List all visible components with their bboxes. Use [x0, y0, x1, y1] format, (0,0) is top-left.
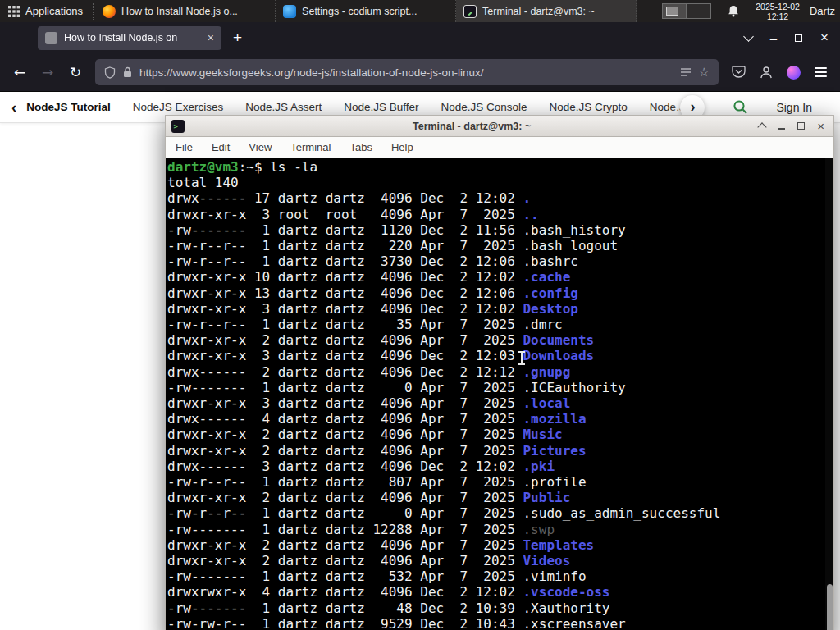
listing-line: -rw-r--r-- 1 dartz dartz 807 Apr 7 2025 …	[167, 474, 833, 490]
tab-title: How to Install Node.js on	[64, 32, 201, 43]
listing-name: .swp	[523, 522, 555, 537]
listing-name: Desktop	[523, 301, 578, 317]
browser-tab[interactable]: How to Install Node.js on ×	[38, 26, 221, 50]
taskbar-item-label: Settings - codium script...	[302, 6, 417, 17]
listing-meta: drwxr-xr-x 13 dartz dartz 4096 Dec 2 12:…	[167, 285, 523, 301]
terminal-menu-view[interactable]: View	[249, 141, 272, 153]
account-icon[interactable]	[760, 66, 773, 79]
terminal-menu-edit[interactable]: Edit	[212, 141, 230, 153]
terminal-close-button[interactable]: ×	[817, 120, 824, 132]
terminal-app-icon: >_	[171, 120, 185, 133]
menu-hamburger-icon[interactable]	[815, 67, 827, 77]
listing-name: .mozilla	[523, 411, 586, 427]
terminal-scrollbar-thumb[interactable]	[827, 584, 833, 630]
listing-name: .Xauthority	[523, 600, 609, 616]
listing-name: .pki	[523, 459, 555, 474]
listing-meta: -rw------- 1 dartz dartz 1120 Dec 2 11:5…	[167, 222, 523, 238]
terminal-menu-file[interactable]: File	[176, 141, 193, 153]
terminal-minimize-button[interactable]	[778, 128, 785, 130]
taskbar-item-2[interactable]: Settings - codium script...	[276, 0, 456, 22]
listing-name: .bash_logout	[523, 238, 618, 253]
workspace-switcher[interactable]	[662, 3, 711, 19]
toolbar-icons	[732, 66, 827, 80]
site-nav-item[interactable]: Node.JS Buffer	[344, 101, 418, 113]
applications-menu[interactable]: Applications	[0, 0, 91, 22]
listing-meta: drwxr-xr-x 3 root root 4096 Apr 7 2025	[167, 207, 523, 222]
listing-line: drwxr-xr-x 2 dartz dartz 4096 Apr 7 2025…	[167, 490, 833, 505]
listing-meta: drwxr-xr-x 3 dartz dartz 4096 Apr 7 2025	[167, 395, 523, 411]
listing-name: .gnupg	[523, 364, 570, 380]
workspace-2[interactable]	[687, 3, 711, 19]
listing-name: Templates	[523, 537, 594, 553]
listing-meta: -rw-r--r-- 1 dartz dartz 35 Apr 7 2025	[167, 317, 523, 332]
listing-line: -rw-r--r-- 1 dartz dartz 220 Apr 7 2025 …	[167, 238, 833, 253]
listing-meta: drwx------ 2 dartz dartz 4096 Dec 2 12:1…	[167, 364, 523, 380]
terminal-maximize-button[interactable]	[797, 122, 805, 130]
listing-name: .viminfo	[523, 568, 586, 584]
listing-line: drwx------ 3 dartz dartz 4096 Dec 2 12:0…	[167, 459, 833, 474]
listing-name: .	[523, 190, 531, 206]
profile-avatar-icon[interactable]	[787, 66, 801, 80]
tab-close-icon[interactable]: ×	[208, 31, 214, 44]
window-maximize-button[interactable]	[795, 34, 802, 42]
window-minimize-button[interactable]: –	[770, 31, 777, 45]
new-tab-button[interactable]: +	[233, 29, 242, 47]
terminal-titlebar[interactable]: >_ Terminal - dartz@vm3: ~ ×	[166, 116, 833, 137]
bookmark-star-icon[interactable]: ☆	[699, 65, 710, 80]
listing-name: .sudo_as_admin_successful	[523, 505, 720, 521]
taskbar-item-3[interactable]: Terminal - dartz@vm3: ~	[456, 0, 637, 22]
top-panel: Applications How to Install Node.js o...…	[0, 0, 840, 22]
total-line: total 140	[167, 175, 833, 190]
url-bar[interactable]: https://www.geeksforgeeks.org/node-js/in…	[95, 59, 719, 85]
tracking-shield-icon[interactable]	[104, 66, 116, 79]
listing-line: -rw------- 1 dartz dartz 1120 Dec 2 11:5…	[167, 222, 833, 238]
listing-meta: drwxr-xr-x 2 dartz dartz 4096 Apr 7 2025	[167, 553, 523, 568]
pocket-icon[interactable]	[732, 66, 746, 79]
listing-name: Videos	[523, 553, 570, 568]
site-nav-item[interactable]: Node.JS Assert	[245, 101, 322, 113]
listing-meta: -rw------- 1 dartz dartz 532 Apr 7 2025	[167, 568, 523, 584]
url-text[interactable]: https://www.geeksforgeeks.org/node-js/in…	[139, 66, 673, 79]
listing-meta: drwxr-xr-x 10 dartz dartz 4096 Dec 2 12:…	[167, 269, 523, 285]
search-icon[interactable]	[733, 99, 748, 115]
prompt-line: dartz@vm3:~$ ls -la	[167, 159, 833, 175]
listing-name: .cache	[523, 269, 570, 285]
lock-icon[interactable]	[123, 66, 132, 78]
listing-meta: drwxr-xr-x 2 dartz dartz 4096 Apr 7 2025	[167, 490, 523, 505]
window-close-button[interactable]: ×	[820, 30, 829, 46]
listing-meta: -rw-r--r-- 1 dartz dartz 807 Apr 7 2025	[167, 474, 523, 490]
site-nav-item[interactable]: Node.JS Console	[441, 101, 527, 113]
taskbar-item-1[interactable]: How to Install Node.js o...	[95, 0, 276, 22]
site-nav-item[interactable]: Node.JS Crypto	[550, 101, 628, 113]
listing-meta: -rw-rw-r-- 1 dartz dartz 9529 Dec 2 10:4…	[167, 616, 523, 630]
listing-meta: drwxrwxr-x 4 dartz dartz 4096 Dec 2 12:0…	[167, 584, 523, 600]
terminal-menu-help[interactable]: Help	[391, 141, 413, 153]
terminal-screen[interactable]: dartz@vm3:~$ ls -latotal 140drwx------ 1…	[166, 158, 833, 630]
panel-clock[interactable]: 2025-12-02 12:12	[756, 2, 800, 21]
browser-navbar: ← → ↻ https://www.geeksforgeeks.org/node…	[0, 53, 840, 92]
workspace-1[interactable]	[662, 3, 687, 19]
back-button[interactable]: ←	[7, 59, 33, 85]
listing-name: Public	[523, 490, 570, 505]
terminal-shade-button[interactable]	[758, 122, 767, 131]
notifications-bell-icon[interactable]	[728, 5, 739, 17]
clock-date: 2025-12-02	[756, 2, 800, 11]
listing-line: drwx------ 17 dartz dartz 4096 Dec 2 12:…	[167, 190, 833, 206]
listing-line: -rw------- 1 dartz dartz 0 Apr 7 2025 .I…	[167, 380, 833, 395]
terminal-menu-terminal[interactable]: Terminal	[290, 141, 331, 153]
listing-line: drwxr-xr-x 3 dartz dartz 4096 Dec 2 12:0…	[167, 301, 833, 317]
site-nav-item[interactable]: NodeJS Exercises	[133, 101, 223, 113]
reload-button[interactable]: ↻	[62, 59, 89, 85]
nav-scroll-left-icon[interactable]: ‹	[11, 98, 16, 116]
list-all-tabs-icon[interactable]	[743, 31, 754, 42]
listing-meta: drwxr-xr-x 3 dartz dartz 4096 Dec 2 12:0…	[167, 348, 523, 363]
site-nav-item[interactable]: NodeJS Tutorial	[26, 101, 111, 113]
listing-line: drwxr-xr-x 10 dartz dartz 4096 Dec 2 12:…	[167, 269, 833, 285]
listing-name: .dmrc	[523, 317, 562, 332]
terminal-menu-tabs[interactable]: Tabs	[349, 141, 372, 153]
forward-button[interactable]: →	[34, 59, 61, 85]
reader-view-icon[interactable]	[680, 67, 692, 78]
sign-in-link[interactable]: Sign In	[776, 101, 812, 114]
panel-user[interactable]: Dartz	[810, 5, 835, 17]
terminal-scrollbar[interactable]	[825, 158, 833, 630]
